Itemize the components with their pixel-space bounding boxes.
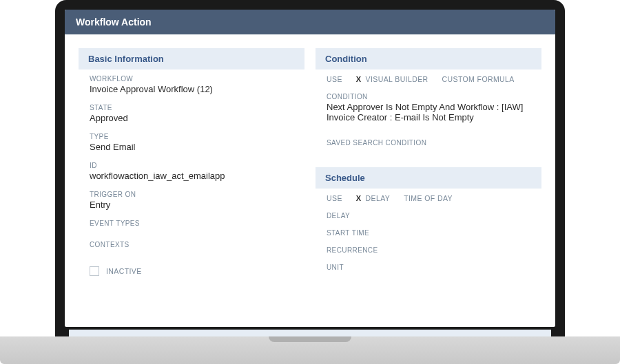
trigger-on-field: TRIGGER ON Entry bbox=[90, 191, 293, 210]
content-area: Basic Information WORKFLOW Invoice Appro… bbox=[65, 34, 555, 325]
option-delay-label: DELAY bbox=[366, 194, 391, 202]
option-visual-builder-label: VISUAL BUILDER bbox=[366, 75, 428, 83]
recurrence-label: RECURRENCE bbox=[327, 246, 530, 254]
laptop-base bbox=[0, 336, 620, 364]
inactive-row: INACTIVE bbox=[90, 266, 293, 276]
delay-label: DELAY bbox=[327, 212, 530, 220]
condition-header: Condition bbox=[316, 48, 541, 69]
window-title: Workflow Action bbox=[65, 10, 555, 34]
state-field: STATE Approved bbox=[90, 104, 293, 123]
workflow-value: Invoice Approval Workflow (12) bbox=[90, 84, 293, 94]
id-field: ID workflowaction_iaw_act_emailapp bbox=[90, 162, 293, 181]
type-value: Send Email bbox=[90, 142, 293, 152]
start-time-field: START TIME bbox=[327, 229, 530, 237]
schedule-header: Schedule bbox=[316, 167, 541, 189]
option-custom-formula-label: CUSTOM FORMULA bbox=[442, 75, 515, 83]
contexts-field: CONTEXTS bbox=[90, 241, 293, 248]
basic-information-panel: Basic Information WORKFLOW Invoice Appro… bbox=[79, 48, 304, 325]
delay-field: DELAY bbox=[327, 212, 530, 220]
trigger-on-label: TRIGGER ON bbox=[90, 191, 293, 198]
condition-field: CONDITION Next Approver Is Not Empty And… bbox=[327, 93, 530, 122]
condition-value: Next Approver Is Not Empty And Workflow … bbox=[327, 102, 530, 122]
contexts-label: CONTEXTS bbox=[90, 241, 293, 248]
x-marker-icon: X bbox=[356, 194, 362, 202]
recurrence-field: RECURRENCE bbox=[327, 246, 530, 254]
schedule-option-delay[interactable]: X DELAY bbox=[356, 194, 390, 202]
schedule-use-row: USE X DELAY TIME OF DAY bbox=[327, 194, 530, 202]
unit-field: UNIT bbox=[327, 264, 530, 271]
id-value: workflowaction_iaw_act_emailapp bbox=[90, 171, 293, 181]
trigger-on-value: Entry bbox=[90, 200, 293, 210]
option-time-of-day-label: TIME OF DAY bbox=[404, 194, 453, 202]
x-marker-icon: X bbox=[356, 75, 362, 83]
schedule-use-label: USE bbox=[327, 194, 342, 202]
inactive-checkbox[interactable] bbox=[90, 266, 99, 276]
schedule-option-time-of-day[interactable]: TIME OF DAY bbox=[404, 194, 453, 202]
condition-use-label: USE bbox=[327, 75, 342, 83]
inactive-label: INACTIVE bbox=[106, 267, 142, 275]
event-types-field: EVENT TYPES bbox=[90, 220, 293, 227]
saved-search-condition-field: SAVED SEARCH CONDITION bbox=[327, 139, 530, 147]
workflow-field: WORKFLOW Invoice Approval Workflow (12) bbox=[90, 75, 293, 94]
condition-use-row: USE X VISUAL BUILDER CUSTOM FORMULA bbox=[327, 75, 530, 83]
condition-option-custom-formula[interactable]: CUSTOM FORMULA bbox=[442, 75, 515, 83]
right-panel: Condition USE X VISUAL BUILDER CUSTOM FO… bbox=[316, 48, 541, 325]
basic-information-header: Basic Information bbox=[79, 48, 304, 69]
event-types-label: EVENT TYPES bbox=[90, 220, 293, 227]
unit-label: UNIT bbox=[327, 264, 530, 271]
id-label: ID bbox=[90, 162, 293, 169]
saved-search-condition-label: SAVED SEARCH CONDITION bbox=[327, 139, 530, 147]
state-value: Approved bbox=[90, 113, 293, 123]
workflow-label: WORKFLOW bbox=[90, 75, 293, 83]
state-label: STATE bbox=[90, 104, 293, 111]
type-label: TYPE bbox=[90, 133, 293, 140]
condition-label: CONDITION bbox=[327, 93, 530, 100]
start-time-label: START TIME bbox=[327, 229, 530, 237]
type-field: TYPE Send Email bbox=[90, 133, 293, 152]
condition-option-visual-builder[interactable]: X VISUAL BUILDER bbox=[356, 75, 428, 83]
